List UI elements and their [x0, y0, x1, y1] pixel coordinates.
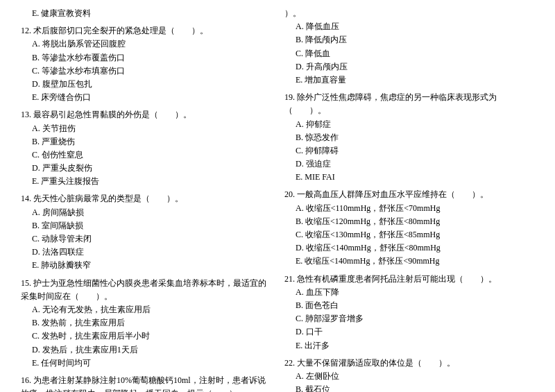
q19-opt-b: B. 惊恐发作 [284, 131, 534, 144]
q15-title: 15. 护士为亚急性细菌性心内膜炎患者采集血培养标本时，最适宜的采集时间应在（ … [21, 277, 271, 303]
q18-opt-e: E. 增加直容量 [284, 74, 534, 87]
q13: 13. 最容易引起急性胃黏膜的外伤是（ ）。 A. 关节扭伤 B. 严重烧伤 C… [21, 108, 271, 188]
option-e-health: E. 健康宣教资料 [21, 7, 271, 20]
q13-opt-c: C. 创伤性窒息 [21, 148, 271, 162]
q-e-health: E. 健康宣教资料 [21, 7, 271, 20]
q15-opt-e: E. 任何时间均可 [21, 357, 271, 370]
q20-opt-e: E. 收缩压<140mmHg，舒张压<90mmHg [284, 255, 534, 268]
q15-opt-c: C. 发热时，抗生素应用后半小时 [21, 330, 271, 343]
q20-opt-a: A. 收缩压<110mmHg，舒张压<70mmHg [284, 202, 534, 215]
q14-title: 14. 先天性心脏病最常见的类型是（ ）。 [21, 192, 271, 205]
q18-opt-d: D. 升高颅内压 [284, 60, 534, 74]
q22: 22. 大量不保留灌肠适应取的体位是（ ）。 A. 左侧卧位 B. 截石位 C.… [284, 357, 534, 392]
q20-opt-b: B. 收缩压<120mmHg，舒张压<80mmHg [284, 215, 534, 228]
q12-opt-b: B. 等渗盐水纱布覆盖伤口 [21, 51, 271, 65]
q13-title: 13. 最容易引起急性胃黏膜的外伤是（ ）。 [21, 108, 271, 121]
q20-title: 20. 一般高血压人群降压对血压水平应维持在（ ）。 [284, 188, 534, 201]
q14-opt-c: C. 动脉导管未闭 [21, 232, 271, 246]
q22-opt-b: B. 截石位 [284, 383, 534, 392]
q13-opt-d: D. 严重头皮裂伤 [21, 162, 271, 175]
q21-opt-e: E. 出汗多 [284, 339, 534, 352]
q12-opt-e: E. 床旁缝合伤口 [21, 91, 271, 104]
q18-right-title: ）。 [284, 7, 534, 20]
q13-opt-e: E. 严重头注腹报告 [21, 175, 271, 188]
q15-opt-b: B. 发热前，抗生素应用后 [21, 316, 271, 330]
q14-opt-d: D. 法洛四联症 [21, 246, 271, 259]
page-content: E. 健康宣教资料 12. 术后腹部切口完全裂开的紧急处理是（ ）。 A. 将脱… [21, 7, 534, 392]
q14-opt-a: A. 房间隔缺损 [21, 206, 271, 219]
q19-opt-d: D. 强迫症 [284, 157, 534, 171]
q14-opt-b: B. 室间隔缺损 [21, 219, 271, 232]
q19-opt-e: E. MIE FAI [284, 171, 534, 184]
q22-title: 22. 大量不保留灌肠适应取的体位是（ ）。 [284, 357, 534, 370]
q12-title: 12. 术后腹部切口完全裂开的紧急处理是（ ）。 [21, 24, 271, 37]
q21-opt-a: A. 血压下降 [284, 286, 534, 299]
q21-opt-d: D. 口干 [284, 325, 534, 339]
q18-opt-c: C. 降低血 [284, 47, 534, 60]
q19-title: 19. 除外广泛性焦虑障碍，焦虑症的另一种临床表现形式为（ ）。 [284, 91, 534, 117]
left-column: E. 健康宣教资料 12. 术后腹部切口完全裂开的紧急处理是（ ）。 A. 将脱… [21, 7, 271, 392]
q21-opt-b: B. 面色苍白 [284, 299, 534, 312]
q20: 20. 一般高血压人群降压对血压水平应维持在（ ）。 A. 收缩压<110mmH… [284, 188, 534, 268]
q12-opt-c: C. 等渗盐水纱布填塞伤口 [21, 65, 271, 78]
q21-opt-c: C. 肺部湿罗音增多 [284, 312, 534, 325]
q12: 12. 术后腹部切口完全裂开的紧急处理是（ ）。 A. 将脱出肠系管还回腹腔 B… [21, 24, 271, 104]
q12-opt-d: D. 腹壁加压包扎 [21, 78, 271, 91]
q15: 15. 护士为亚急性细菌性心内膜炎患者采集血培养标本时，最适宜的采集时间应在（ … [21, 277, 271, 370]
q16: 16. 为患者注射某静脉注射10%葡萄糖酸钙10ml，注射时，患者诉说灼痛，推注… [21, 374, 271, 392]
q19: 19. 除外广泛性焦虑障碍，焦虑症的另一种临床表现形式为（ ）。 A. 抑郁症 … [284, 91, 534, 184]
q20-opt-c: C. 收缩压<130mmHg，舒张压<85mmHg [284, 228, 534, 241]
q14: 14. 先天性心脏病最常见的类型是（ ）。 A. 房间隔缺损 B. 室间隔缺损 … [21, 192, 271, 272]
q20-opt-d: D. 收缩压<140mmHg，舒张压<80mmHg [284, 241, 534, 255]
q18-right: ）。 A. 降低血压 B. 降低颅内压 C. 降低血 D. 升高颅内压 E. 增… [284, 7, 534, 87]
q15-opt-a: A. 无论有无发热，抗生素应用后 [21, 303, 271, 316]
q21-title: 21. 急性有机磷重度患者阿托品注射后可能出现（ ）。 [284, 273, 534, 286]
q21: 21. 急性有机磷重度患者阿托品注射后可能出现（ ）。 A. 血压下降 B. 面… [284, 273, 534, 352]
q16-title: 16. 为患者注射某静脉注射10%葡萄糖酸钙10ml，注射时，患者诉说灼痛，推注… [21, 374, 271, 392]
q18-opt-b: B. 降低颅内压 [284, 33, 534, 46]
q13-opt-b: B. 严重烧伤 [21, 135, 271, 148]
q14-opt-e: E. 肺动脉瓣狭窄 [21, 259, 271, 272]
q19-opt-a: A. 抑郁症 [284, 118, 534, 131]
q15-opt-d: D. 发热后，抗生素应用1天后 [21, 343, 271, 357]
right-column: ）。 A. 降低血压 B. 降低颅内压 C. 降低血 D. 升高颅内压 E. 增… [284, 7, 534, 392]
q22-opt-a: A. 左侧卧位 [284, 370, 534, 383]
q12-opt-a: A. 将脱出肠系管还回腹腔 [21, 37, 271, 51]
q19-opt-c: C. 抑郁障碍 [284, 144, 534, 157]
q18-opt-a: A. 降低血压 [284, 20, 534, 33]
q13-opt-a: A. 关节扭伤 [21, 122, 271, 135]
